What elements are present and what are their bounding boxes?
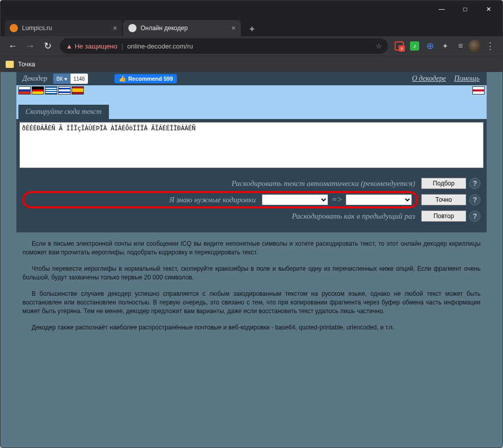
tab-title: Lumpics.ru: [22, 25, 52, 32]
nav-bar: ← → ↻ ▲ Не защищено | online-decoder.com…: [1, 36, 502, 56]
help-icon[interactable]: ?: [469, 210, 481, 222]
profile-avatar[interactable]: [469, 40, 481, 52]
tab-decoder[interactable]: Онлайн декодер ×: [123, 20, 241, 36]
input-textarea[interactable]: [19, 122, 484, 168]
thumb-up-icon: 👍: [119, 75, 126, 82]
help-icon[interactable]: ?: [469, 178, 481, 189]
reload-button[interactable]: ↻: [39, 38, 56, 54]
warning-icon: ▲: [66, 42, 73, 50]
back-button[interactable]: ←: [5, 38, 21, 54]
help-icon[interactable]: ?: [469, 194, 481, 205]
minimize-button[interactable]: —: [430, 1, 453, 17]
separator: |: [121, 42, 123, 50]
paragraph: В большинстве случаев декодер успешно сп…: [22, 290, 481, 316]
window-titlebar: — □ ✕: [1, 1, 502, 18]
flag-es-icon[interactable]: [72, 86, 84, 95]
badge-count: 5: [399, 45, 405, 52]
bookmarks-bar: Точка: [1, 56, 502, 72]
bookmark-star-icon[interactable]: ☆: [376, 42, 382, 50]
fb-label: Recommend 599: [128, 76, 173, 82]
section-tabs: Скопируйте сюда текст: [16, 103, 487, 119]
page-content: Декодер ВК ♥ 1148 👍 Recommend 599 О деко…: [16, 72, 487, 346]
bookmark-item[interactable]: Точка: [18, 60, 35, 68]
source-encoding-select[interactable]: [262, 194, 328, 205]
flag-de-icon[interactable]: [32, 86, 44, 95]
browser-window: — □ ✕ Lumpics.ru × Онлайн декодер × + ← …: [0, 0, 503, 448]
flag-gr-icon[interactable]: [45, 86, 57, 95]
option-auto-row: Раскодировать текст автоматически (реком…: [22, 175, 481, 192]
flag-gb-icon[interactable]: [472, 86, 485, 95]
reading-list-icon[interactable]: ≡: [453, 39, 468, 53]
auto-decode-button[interactable]: Подбор: [421, 178, 466, 189]
option-prev-label: Раскодировать как в предыдущий раз: [22, 212, 418, 221]
close-tab-icon[interactable]: ×: [113, 24, 117, 32]
paragraph: Если в письме электронной почты или сооб…: [22, 240, 481, 257]
options-block: Раскодировать текст автоматически (реком…: [19, 170, 484, 229]
option-know-row: Я знаю нужные кодировки => Точно ?: [22, 192, 481, 208]
link-about[interactable]: О декодере: [412, 75, 446, 83]
browser-menu-button[interactable]: ⋮: [482, 38, 498, 54]
maximize-button[interactable]: □: [453, 1, 477, 17]
vk-count: 1148: [71, 74, 88, 84]
close-window-button[interactable]: ✕: [477, 1, 500, 17]
vk-like-widget[interactable]: ВК ♥ 1148: [53, 74, 87, 84]
arrow-icon: =>: [331, 195, 342, 204]
tab-lumpics[interactable]: Lumpics.ru ×: [5, 20, 122, 36]
favicon-icon: [10, 24, 18, 32]
forward-button[interactable]: →: [22, 38, 38, 54]
insecure-warning: ▲ Не защищено: [66, 42, 117, 50]
extension-music-icon[interactable]: ♪: [407, 39, 422, 53]
paragraph: Декодер также распознаёт наиболее распро…: [22, 323, 481, 332]
link-help[interactable]: Помощь: [454, 75, 479, 83]
extensions-menu-icon[interactable]: ✦: [438, 39, 452, 53]
flag-il-icon[interactable]: [58, 86, 71, 95]
highlighted-encoding-row: Я знаю нужные кодировки =>: [22, 191, 418, 208]
address-bar[interactable]: ▲ Не защищено | online-decoder.com/ru ☆: [60, 38, 388, 54]
tab-bar: Lumpics.ru × Онлайн декодер × +: [1, 18, 502, 36]
url-text: online-decoder.com/ru: [127, 42, 193, 50]
flag-ru-icon[interactable]: [18, 86, 31, 95]
favicon-icon: [128, 24, 136, 32]
fb-recommend-widget[interactable]: 👍 Recommend 599: [115, 74, 177, 83]
warning-text: Не защищено: [75, 42, 118, 50]
repeat-decode-button[interactable]: Повтор: [421, 210, 466, 222]
tab-paste-text[interactable]: Скопируйте сюда текст: [18, 105, 109, 119]
option-auto-label: Раскодировать текст автоматически (реком…: [22, 179, 418, 188]
exact-decode-button[interactable]: Точно: [421, 194, 466, 205]
language-flag-bar: [16, 85, 487, 103]
folder-icon: [6, 61, 14, 68]
page-viewport: Декодер ВК ♥ 1148 👍 Recommend 599 О деко…: [1, 72, 502, 447]
extension-globe-icon[interactable]: ⊕: [423, 39, 437, 53]
tab-title: Онлайн декодер: [141, 25, 188, 32]
site-topbar: Декодер ВК ♥ 1148 👍 Recommend 599 О деко…: [16, 72, 487, 85]
article-body: Если в письме электронной почты или сооб…: [16, 232, 487, 346]
option-know-label: Я знаю нужные кодировки: [169, 196, 259, 204]
option-prev-row: Раскодировать как в предыдущий раз Повто…: [22, 208, 481, 224]
site-brand[interactable]: Декодер: [19, 75, 50, 83]
target-encoding-select[interactable]: [346, 194, 412, 205]
decoder-panel: Раскодировать текст автоматически (реком…: [16, 119, 487, 232]
extension-adblock-icon[interactable]: ○ 5: [392, 39, 406, 53]
new-tab-button[interactable]: +: [245, 22, 259, 36]
close-tab-icon[interactable]: ×: [232, 24, 236, 32]
encoding-selects: =>: [262, 194, 412, 205]
paragraph: Чтобы перевести иероглифы в нормальный т…: [22, 265, 481, 282]
